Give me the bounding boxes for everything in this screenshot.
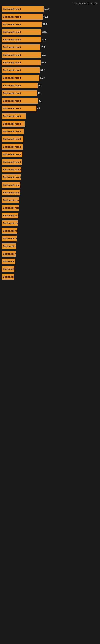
bar-row: Bottleneck result [0, 158, 100, 166]
bar-value: 53.4 [44, 8, 49, 10]
site-title: TheBottlenecker.com [73, 2, 98, 5]
bar-label: Bottleneck result [2, 77, 21, 79]
bar-fill: Bottleneck result [1, 213, 18, 218]
bar-fill: Bottleneck result [1, 167, 21, 172]
bar-label: Bottleneck result [2, 237, 21, 240]
bar-fill: Bottleneck result [1, 174, 21, 180]
bar-row: Bottleneck result [0, 242, 100, 250]
bar-wrapper: Bottleneck result52.2 [1, 60, 99, 66]
bar-row: Bottleneck result51.5 [0, 66, 100, 74]
bar-wrapper: Bottleneck result [1, 220, 99, 226]
bar-fill: Bottleneck result [1, 128, 24, 134]
bar-row: Bottleneck result53.4 [0, 6, 100, 13]
bar-value: 50 [39, 100, 41, 102]
bar-fill: Bottleneck result [1, 52, 41, 58]
bar-row: Bottleneck result [0, 250, 100, 258]
bar-label: Bottleneck result [2, 69, 21, 72]
bar-wrapper: Bottleneck result [1, 159, 99, 165]
bar-fill: Bottleneck result [1, 198, 19, 203]
bar-row: Bottleneck result50 [0, 82, 100, 89]
bar-label: Bottleneck result [2, 92, 21, 94]
bar-fill: Bottleneck result [1, 60, 41, 66]
bar-fill: Bottleneck result [1, 44, 40, 50]
bar-row: Bottleneck result [0, 120, 100, 128]
bar-wrapper: Bottleneck result [1, 228, 99, 234]
bar-label: Bottleneck result [2, 54, 21, 56]
bar-fill: Bottleneck result [1, 98, 38, 104]
bar-wrapper: Bottleneck result [1, 182, 99, 188]
bar-wrapper: Bottleneck result [1, 190, 99, 196]
bar-label: Bottleneck result [2, 161, 21, 163]
bar-row: Bottleneck result [0, 212, 100, 219]
bar-label: Bottleneck result [2, 38, 21, 41]
bar-fill: Bottleneck result [1, 266, 14, 272]
bar-wrapper: Bottleneck result [1, 128, 99, 134]
bar-label: Bottleneck result [2, 16, 21, 18]
bar-value: 51.8 [41, 46, 46, 49]
bar-row: Bottleneck result [0, 181, 100, 188]
bar-label: Bottleneck result [2, 192, 21, 194]
bar-fill: Bottleneck result [1, 106, 36, 111]
bar-row: Bottleneck result52.4 [0, 36, 100, 43]
bar-fill: Bottleneck result [1, 190, 20, 196]
bar-wrapper: Bottleneck result [1, 174, 99, 180]
bar-wrapper: Bottleneck result [1, 266, 99, 272]
bar-wrapper: Bottleneck result52.5 [1, 29, 99, 35]
bar-row: Bottleneck result [0, 266, 100, 273]
bar-fill: Bottleneck result [1, 144, 23, 150]
bar-value: 52.4 [42, 38, 47, 41]
bar-fill: Bottleneck result [1, 121, 25, 126]
bar-wrapper: Bottleneck result50 [1, 83, 99, 88]
bar-wrapper: Bottleneck result [1, 136, 99, 142]
bar-fill: Bottleneck result [1, 90, 37, 96]
bar-label: Bottleneck result [2, 146, 21, 148]
bar-wrapper: Bottleneck result [1, 205, 99, 211]
bar-row: Bottleneck result [0, 227, 100, 234]
bar-value: 49 [38, 92, 40, 94]
bar-label: Bottleneck result [2, 207, 21, 209]
bar-wrapper: Bottleneck result49 [1, 106, 99, 111]
bar-row: Bottleneck result [0, 189, 100, 196]
bar-wrapper: Bottleneck result [1, 251, 99, 256]
bar-row: Bottleneck result [0, 143, 100, 150]
bar-fill: Bottleneck result [1, 113, 26, 119]
bar-row: Bottleneck result49 [0, 90, 100, 97]
bar-row: Bottleneck result [0, 196, 100, 204]
bar-fill: Bottleneck result [1, 258, 15, 264]
bar-label: Bottleneck result [2, 84, 21, 87]
bar-fill: Bottleneck result [1, 75, 39, 81]
bar-row: Bottleneck result52.7 [0, 21, 100, 28]
bar-wrapper: Bottleneck result [1, 198, 99, 203]
bars-container: Bottleneck result53.4Bottleneck result53… [0, 6, 100, 280]
bar-wrapper: Bottleneck result [1, 243, 99, 249]
bar-wrapper: Bottleneck result53.1 [1, 14, 99, 20]
bar-wrapper: Bottleneck result [1, 113, 99, 119]
bar-label: Bottleneck result [2, 168, 21, 171]
bar-wrapper: Bottleneck result [1, 274, 99, 280]
bar-wrapper: Bottleneck result51.3 [1, 75, 99, 81]
bar-label: Bottleneck result [2, 153, 21, 156]
bar-row: Bottleneck result52.5 [0, 28, 100, 36]
bar-value: 49 [37, 107, 40, 110]
bar-label: Bottleneck result [2, 260, 21, 263]
bar-wrapper: Bottleneck result [1, 152, 99, 157]
bar-fill: Bottleneck result [1, 68, 40, 73]
site-header: TheBottlenecker.com [0, 0, 100, 6]
bar-wrapper: Bottleneck result52.4 [1, 37, 99, 42]
bar-row: Bottleneck result [0, 258, 100, 265]
bar-wrapper: Bottleneck result [1, 144, 99, 150]
bar-fill: Bottleneck result [1, 83, 38, 88]
bar-row: Bottleneck result [0, 166, 100, 173]
bar-row: Bottleneck result51.3 [0, 74, 100, 82]
bar-wrapper: Bottleneck result52.3 [1, 52, 99, 58]
bar-row: Bottleneck result50 [0, 97, 100, 104]
bar-row: Bottleneck result [0, 235, 100, 242]
bar-wrapper: Bottleneck result [1, 258, 99, 264]
bar-row: Bottleneck result [0, 151, 100, 158]
bar-row: Bottleneck result [0, 220, 100, 227]
bar-label: Bottleneck result [2, 62, 21, 64]
bar-fill: Bottleneck result [1, 220, 18, 226]
bar-wrapper: Bottleneck result53.4 [1, 6, 99, 12]
bar-label: Bottleneck result [2, 23, 21, 26]
bar-row: Bottleneck result53.1 [0, 13, 100, 20]
